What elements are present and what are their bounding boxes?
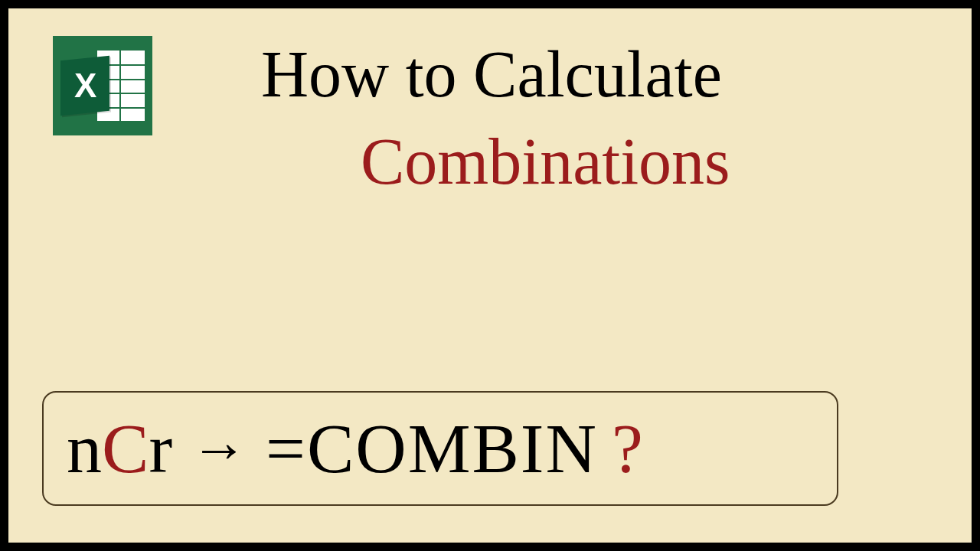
formula-n: n (67, 408, 102, 489)
formula-question-mark: ? (612, 408, 643, 489)
excel-icon: X (53, 36, 152, 135)
arrow-icon: → (191, 416, 247, 481)
slide-canvas: X How to Calculate Combinations n C r → … (6, 6, 974, 545)
title-line-2: Combinations (361, 123, 730, 200)
excel-icon-book: X (60, 56, 109, 116)
formula-r: r (149, 408, 172, 489)
excel-icon-letter: X (74, 67, 95, 105)
formula-box: n C r → =COMBIN ? (42, 391, 838, 506)
formula-c: C (102, 408, 149, 489)
formula-expression: =COMBIN (266, 408, 598, 489)
title-line-1: How to Calculate (261, 36, 722, 112)
